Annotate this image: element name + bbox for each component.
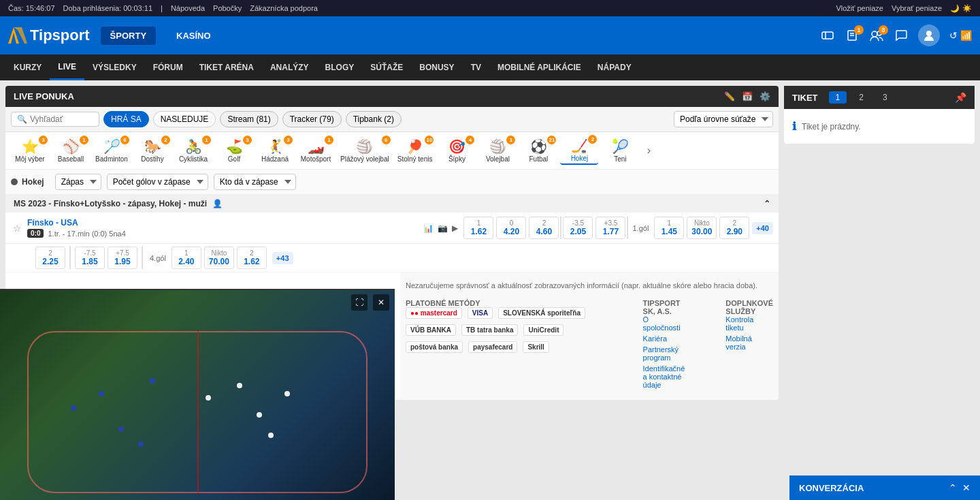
o-spolocnosti-link[interactable]: O spoločnosti [643,315,685,332]
search-input[interactable] [30,114,93,124]
nav-blogy[interactable]: BLOGY [317,54,363,80]
theme-toggle[interactable]: 🌙 ☀️ [950,4,972,13]
signal-icon[interactable]: 📶 [960,30,972,41]
tipsport-logo-icon [8,27,27,44]
close-conversion-button[interactable]: ✕ [962,482,970,493]
kto-filter[interactable]: Kto dá v zápase [214,174,296,190]
partnersky-link[interactable]: Partnerský program [643,345,685,362]
kasino-button[interactable]: KASÍNO [167,27,220,45]
ticket-tab-3[interactable]: 3 [876,91,894,104]
ticket-header: TIKET 1 2 3 📌 [784,86,975,109]
tab-hra-sa[interactable]: HRÁ SA [103,111,149,127]
nav-mobilne[interactable]: MOBILNÉ APLIKÁCIE [489,54,589,80]
community-icon[interactable]: 8 [869,28,884,43]
sport-badminton[interactable]: 6 🏸 Badminton [93,137,131,164]
close-video-button[interactable]: ✕ [373,294,389,311]
napoveda-link[interactable]: Nápoveda [171,4,205,12]
nav-vysledky[interactable]: VÝSLEDKY [84,54,145,80]
camera-icon[interactable]: 📷 [438,223,448,233]
nav-sutaze[interactable]: SÚŤAŽE [362,54,411,80]
odd-nikto-2[interactable]: Nikto 70.00 [204,247,234,269]
avatar[interactable] [918,25,940,46]
odd-minus75[interactable]: -7.5 1.85 [75,247,105,269]
collapse-icon[interactable]: ⌃ [764,199,770,208]
sport-dostihy[interactable]: 2 🐎 Dostihy [133,137,172,164]
sport-plazovy-volejbal[interactable]: 6 🏐 Plážový volejbal [338,137,392,164]
settings-icon[interactable]: ⚙️ [760,91,770,101]
sport-sipky[interactable]: 4 🎯 Šípky [438,137,476,164]
nav-bonusy[interactable]: BONUSY [411,54,462,80]
sport-moj-vyber[interactable]: 3 ⭐ Môj výber [11,137,49,164]
sport-cyklistika[interactable]: 1 🚴 Cyklistika [174,137,212,164]
coupon-icon[interactable]: 1 [845,28,860,43]
zapas-filter[interactable]: Zápas [55,174,101,190]
odd-1[interactable]: 1 1.62 [463,217,493,239]
odd-0[interactable]: 0 4.20 [496,217,526,239]
current-sport-label: Hokej [11,177,44,187]
calendar-icon[interactable]: 📅 [742,91,753,101]
tab-tracker[interactable]: Tracker (79) [282,111,342,127]
live-panel-header-actions: ✏️ 📅 ⚙️ [724,91,770,101]
ticket-body: ℹ Tiket je prázdny. [784,109,975,144]
nav-forum[interactable]: FÓRUM [145,54,191,80]
odd-plus35[interactable]: +3.5 1.77 [595,217,625,239]
sport-hadzana[interactable]: 3 🤾 Hádzaná [256,137,294,164]
odd-row2-2[interactable]: 2 2.25 [35,247,65,269]
pobocky-link[interactable]: Pobočky [213,4,242,12]
kariera-link[interactable]: Kariéra [643,334,685,343]
sporty-button[interactable]: ŠPORTY [101,27,156,45]
sport-hokej[interactable]: 2 🏒 Hokej [560,136,598,165]
vlozit-link[interactable]: Vložiť peniaze [836,4,883,12]
tab-tipbank[interactable]: Tipbank (2) [346,111,402,127]
more-odds-1[interactable]: +40 [752,222,773,234]
odd-minus35[interactable]: -3.5 2.05 [563,217,593,239]
odd-1gol-1[interactable]: 1 1.45 [654,217,684,239]
nav-napady[interactable]: NÁPADY [589,54,640,80]
sport-golf[interactable]: 3 ⛳ Golf [215,137,253,164]
sport-motosport[interactable]: 1 🏎️ Motošport [297,137,335,164]
zakaznicka-link[interactable]: Zákaznícka podpora [250,4,318,12]
ticket-icon[interactable] [820,28,835,43]
pin-icon[interactable]: 📌 [955,92,966,103]
nav-kurzy[interactable]: KURZY [5,54,50,80]
odd-4gol-2[interactable]: 2 1.62 [237,247,267,269]
sport-tenis[interactable]: 🎾 Teni [601,137,639,164]
sports-scroll-right[interactable]: › [642,144,655,157]
play-icon[interactable]: ▶ [452,223,458,233]
vybrat-link[interactable]: Vybrať peniaze [892,4,942,12]
match-teams[interactable]: Fínsko - USA [27,218,418,228]
sport-baseball[interactable]: 1 ⚾ Baseball [52,137,90,164]
ticket-tab-1[interactable]: 1 [829,91,847,104]
odd-plus75[interactable]: +7.5 1.95 [108,247,137,269]
chat-svg [894,29,908,42]
sport-stolny-tenis[interactable]: 10 🏓 Stolný tenis [395,137,436,164]
odd-2gol-1[interactable]: 2 2.90 [719,217,749,239]
tab-stream[interactable]: Stream (81) [220,111,278,127]
odd-2[interactable]: 2 4.60 [529,217,559,239]
nav-tv[interactable]: TV [463,54,489,80]
ticket-tab-2[interactable]: 2 [852,91,870,104]
nav-analyzy[interactable]: ANALÝZY [262,54,317,80]
tab-nasleduje[interactable]: NASLEDUJE [153,111,216,127]
kontrola-link[interactable]: Kontrola tiketu [725,315,773,332]
odd-nikto-1[interactable]: Nikto 30.00 [687,217,717,239]
stats-icon[interactable]: 📊 [423,223,434,233]
minimize-conversion-button[interactable]: ⌃ [949,482,957,493]
favorite-button[interactable]: ☆ [11,222,23,234]
more-odds-2[interactable]: +43 [272,252,293,264]
nav-live[interactable]: LIVE [50,54,84,80]
person-icon: 👤 [212,199,223,208]
level-filter[interactable]: Podľa úrovne súťaže [674,111,773,127]
identifikacne-link[interactable]: Identifikačné a kontaktné údaje [643,364,685,389]
expand-video-button[interactable]: ⛶ [351,294,368,311]
logo[interactable]: Tipsport [8,27,90,44]
chat-icon[interactable] [894,28,909,43]
mobilna-link[interactable]: Mobilná verzia [725,334,773,351]
refresh-icon[interactable]: ↺ [949,30,958,41]
odd-4gol-1[interactable]: 1 2.40 [172,247,201,269]
goly-filter[interactable]: Počet gólov v zápase [107,174,208,190]
sport-futbal[interactable]: 21 ⚽ Futbal [519,137,557,164]
nav-tiket-arena[interactable]: TIKET ARÉNA [191,54,262,80]
edit-icon[interactable]: ✏️ [724,91,735,101]
sport-volejbal[interactable]: 1 🏐 Volejbal [478,137,517,164]
